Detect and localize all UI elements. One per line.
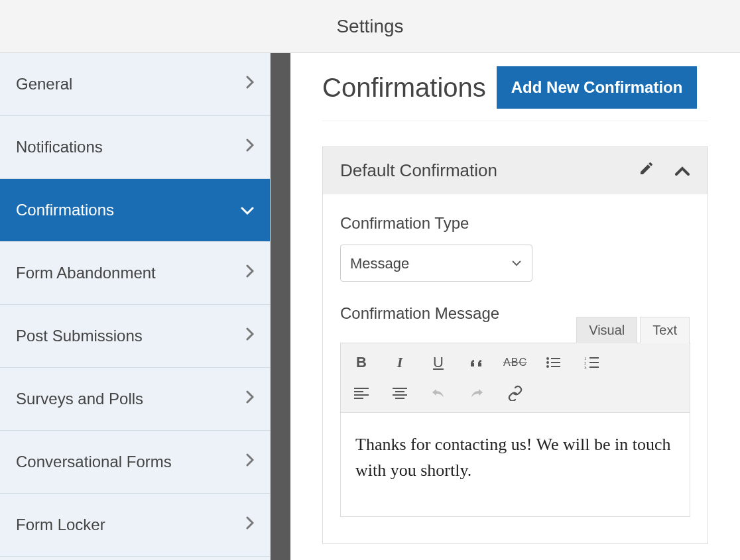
svg-point-2 <box>546 361 549 364</box>
svg-rect-12 <box>354 388 369 389</box>
confirmation-type-select[interactable]: Message <box>340 245 532 282</box>
bold-button[interactable]: B <box>350 351 373 374</box>
chevron-right-icon <box>246 453 254 471</box>
settings-sidebar: General Notifications Confirmations Form… <box>0 53 271 560</box>
chevron-right-icon <box>246 516 254 533</box>
chevron-down-icon <box>241 201 254 219</box>
confirmation-type-select-wrap: Message <box>340 245 532 282</box>
sidebar-item-general[interactable]: General <box>0 53 270 116</box>
sidebar-item-post-submissions[interactable]: Post Submissions <box>0 305 270 368</box>
sidebar-item-surveys-polls[interactable]: Surveys and Polls <box>0 368 270 431</box>
sidebar-item-notifications[interactable]: Notifications <box>0 116 270 179</box>
sidebar-item-label: Form Locker <box>16 516 105 534</box>
align-center-button[interactable] <box>389 382 411 404</box>
svg-rect-9 <box>589 362 599 363</box>
link-button[interactable] <box>504 382 526 404</box>
tab-text[interactable]: Text <box>640 317 690 343</box>
panel-title: Default Confirmation <box>340 160 497 181</box>
svg-rect-11 <box>589 366 599 368</box>
numbered-list-button[interactable]: 123 <box>581 351 603 374</box>
sidebar-item-label: Confirmations <box>16 201 114 219</box>
collapse-icon[interactable] <box>674 160 690 181</box>
svg-rect-1 <box>551 358 560 359</box>
svg-rect-13 <box>354 391 363 392</box>
panel-body: Confirmation Type Message Confirmation M… <box>323 194 708 543</box>
align-left-button[interactable] <box>350 382 373 404</box>
edit-icon[interactable] <box>639 160 654 181</box>
sidebar-item-confirmations[interactable]: Confirmations <box>0 179 270 242</box>
undo-button[interactable] <box>427 382 450 404</box>
svg-rect-5 <box>551 366 560 367</box>
svg-rect-14 <box>354 394 369 396</box>
chevron-right-icon <box>246 390 254 408</box>
blockquote-button[interactable] <box>465 351 488 374</box>
editor-toolbar: B I U ABC 123 <box>341 343 690 413</box>
main-content: Confirmations Add New Confirmation Defau… <box>290 53 740 560</box>
svg-rect-17 <box>395 391 404 392</box>
svg-point-0 <box>546 357 549 360</box>
svg-rect-16 <box>393 388 407 389</box>
svg-point-4 <box>546 365 549 368</box>
panel-header: Default Confirmation <box>323 147 708 194</box>
sidebar-item-label: Form Abandonment <box>16 264 156 282</box>
editor-tabs: Visual Text <box>576 317 690 343</box>
svg-rect-19 <box>395 398 404 399</box>
svg-text:3: 3 <box>584 365 587 369</box>
chevron-right-icon <box>246 139 254 156</box>
svg-rect-7 <box>589 357 599 359</box>
strikethrough-button[interactable]: ABC <box>504 351 526 374</box>
editor-content[interactable]: Thanks for contacting us! We will be in … <box>341 413 690 516</box>
chevron-right-icon <box>246 264 254 282</box>
sidebar-item-label: Surveys and Polls <box>16 390 143 408</box>
sidebar-item-conversational-forms[interactable]: Conversational Forms <box>0 431 270 494</box>
italic-button[interactable]: I <box>389 351 411 374</box>
add-new-confirmation-button[interactable]: Add New Confirmation <box>497 66 698 109</box>
page-header: Confirmations Add New Confirmation <box>322 66 708 121</box>
svg-rect-15 <box>354 398 363 399</box>
confirmation-type-label: Confirmation Type <box>340 214 690 233</box>
sidebar-item-form-abandonment[interactable]: Form Abandonment <box>0 242 270 305</box>
top-bar: Settings <box>0 0 740 53</box>
bullet-list-button[interactable] <box>542 351 565 374</box>
sidebar-item-label: Notifications <box>16 138 103 156</box>
sidebar-item-label: Conversational Forms <box>16 453 172 471</box>
svg-rect-3 <box>551 362 560 363</box>
tab-visual[interactable]: Visual <box>576 317 637 343</box>
sidebar-item-label: Post Submissions <box>16 327 143 345</box>
svg-rect-18 <box>393 394 407 396</box>
sidebar-item-label: General <box>16 75 72 93</box>
sidebar-item-form-locker[interactable]: Form Locker <box>0 494 270 557</box>
chevron-right-icon <box>246 327 254 345</box>
confirmation-panel: Default Confirmation Confirmation Type M… <box>322 146 708 544</box>
rich-text-editor: Visual Text B I U ABC <box>340 343 690 517</box>
underline-button[interactable]: U <box>427 351 450 374</box>
page-title: Confirmations <box>322 73 486 103</box>
divider-gap <box>271 53 290 560</box>
redo-button[interactable] <box>465 382 488 404</box>
page-header-title: Settings <box>336 16 403 37</box>
chevron-right-icon <box>246 76 254 93</box>
